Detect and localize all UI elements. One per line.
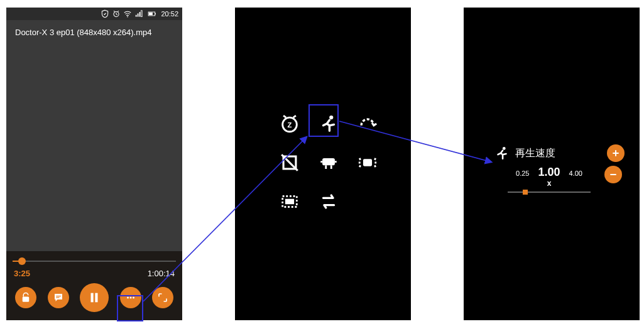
wifi-icon (123, 9, 132, 18)
svg-rect-24 (285, 199, 294, 205)
alarm-icon (112, 9, 121, 18)
running-icon (494, 145, 510, 161)
speed-title: 再生速度 (515, 147, 602, 160)
svg-rect-7 (155, 13, 156, 14)
svg-rect-22 (363, 159, 372, 166)
svg-text:Z: Z (288, 121, 292, 129)
svg-rect-5 (141, 11, 143, 17)
svg-rect-4 (139, 12, 141, 17)
svg-rect-9 (23, 297, 30, 302)
expand-icon (157, 292, 168, 303)
svg-point-16 (133, 297, 134, 299)
svg-rect-13 (95, 293, 97, 303)
svg-rect-8 (150, 13, 153, 15)
svg-rect-3 (138, 13, 139, 16)
total-time-label: 1:00:14 (148, 269, 175, 278)
lock-icon (20, 292, 31, 303)
speed-slider[interactable] (508, 189, 591, 195)
phone-screen-more-menu: Z (235, 8, 411, 320)
current-time-label: 3:25 (14, 269, 30, 278)
jump-icon (357, 113, 378, 134)
player-controls: 3:25 1:00:14 (6, 251, 182, 320)
svg-rect-21 (322, 158, 335, 165)
audio-track-icon (318, 152, 339, 173)
running-icon (318, 113, 339, 134)
svg-point-19 (329, 116, 333, 119)
speed-unit-label: x (494, 179, 604, 188)
advanced-menu-grid: Z (274, 108, 383, 217)
video-area[interactable]: Doctor-X 3 ep01 (848x480 x264).mp4 (6, 20, 182, 251)
plus-icon (611, 148, 621, 158)
svg-point-25 (503, 147, 506, 150)
speed-increase-button[interactable] (607, 144, 625, 162)
crop-off-icon (279, 152, 300, 173)
minus-icon (608, 170, 618, 180)
more-button[interactable] (120, 287, 141, 308)
lock-button[interactable] (15, 287, 36, 308)
speed-max-label: 4.00 (569, 170, 582, 177)
jump-to-button[interactable] (352, 108, 383, 139)
svg-rect-11 (56, 297, 59, 298)
subtitle-icon (53, 292, 64, 303)
phone-screen-player: 20:52 Doctor-X 3 ep01 (848x480 x264).mp4… (6, 8, 182, 320)
status-time: 20:52 (161, 10, 178, 18)
svg-rect-2 (136, 15, 137, 17)
playback-speed-button[interactable] (313, 108, 344, 139)
popup-icon (279, 191, 300, 212)
shield-icon (101, 9, 109, 18)
svg-point-15 (129, 297, 131, 299)
popup-button[interactable] (274, 186, 305, 217)
subtitle-button[interactable] (48, 287, 69, 308)
battery-icon (146, 9, 158, 18)
playback-speed-panel: 再生速度 0.25 1.00 4.00 x (494, 144, 625, 195)
pause-button[interactable] (80, 283, 109, 312)
svg-rect-10 (56, 296, 61, 296)
repeat-icon (318, 191, 339, 212)
svg-point-1 (128, 16, 129, 18)
speed-decrease-button[interactable] (604, 166, 622, 183)
aspect-ratio-button[interactable] (274, 147, 305, 178)
speed-current-label: 1.00 (538, 166, 560, 179)
svg-point-14 (127, 297, 129, 299)
signal-icon (134, 9, 143, 18)
chapters-icon (357, 152, 378, 173)
status-bar: 20:52 (6, 8, 182, 20)
svg-rect-12 (91, 293, 94, 303)
audio-track-button[interactable] (313, 147, 344, 178)
more-icon (125, 292, 136, 303)
sleep-timer-button[interactable]: Z (274, 108, 305, 139)
chapters-button[interactable] (352, 147, 383, 178)
repeat-button[interactable] (313, 186, 344, 217)
seek-bar[interactable] (13, 256, 176, 266)
sleep-timer-icon: Z (279, 113, 300, 134)
video-file-title: Doctor-X 3 ep01 (848x480 x264).mp4 (6, 20, 182, 45)
phone-screen-speed-panel: 再生速度 0.25 1.00 4.00 x (464, 8, 640, 320)
speed-min-label: 0.25 (516, 170, 529, 177)
expand-button[interactable] (152, 287, 173, 308)
pause-icon (87, 291, 101, 305)
